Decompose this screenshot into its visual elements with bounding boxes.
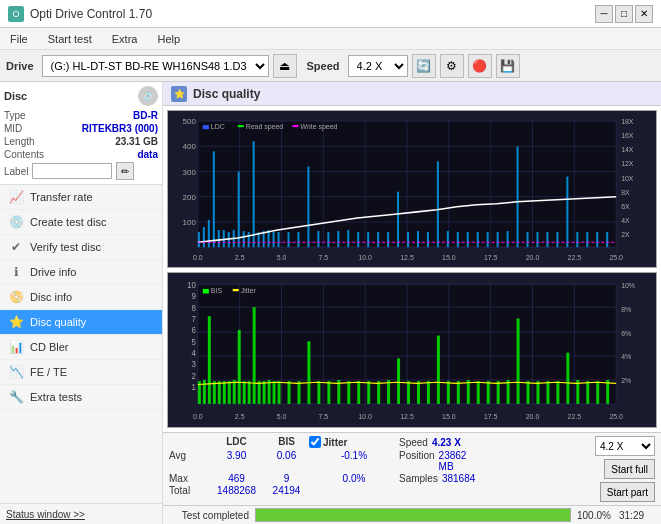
start-part-button[interactable]: Start part [600, 482, 655, 502]
drive-select[interactable]: (G:) HL-DT-ST BD-RE WH16NS48 1.D3 [42, 55, 269, 77]
svg-rect-77 [387, 232, 389, 247]
svg-text:10X: 10X [621, 175, 634, 182]
menu-start-test[interactable]: Start test [42, 31, 98, 47]
disc-color-button[interactable]: 🔴 [468, 54, 492, 78]
total-jitter [309, 485, 399, 496]
svg-rect-55 [223, 230, 225, 247]
drive-info-icon: ℹ [8, 265, 24, 279]
total-row: Total 1488268 24194 [169, 485, 551, 496]
avg-bis: 0.06 [264, 450, 309, 472]
disc-row-length: Length 23.31 GB [4, 136, 158, 147]
eject-button[interactable]: ⏏ [273, 54, 297, 78]
svg-rect-73 [347, 230, 349, 247]
svg-rect-153 [218, 381, 221, 404]
maximize-button[interactable]: □ [615, 5, 633, 23]
disc-rows: Type BD-R MID RITEKBR3 (000) Length 23.3… [4, 110, 158, 180]
sidebar-item-create-test-disc[interactable]: 💿 Create test disc [0, 210, 162, 235]
label-input[interactable] [32, 163, 112, 179]
type-value: BD-R [133, 110, 158, 121]
menu-file[interactable]: File [4, 31, 34, 47]
panel-header: ⭐ Disc quality [163, 82, 661, 106]
start-full-button[interactable]: Start full [604, 459, 655, 479]
stat-header-ldc: LDC [209, 436, 264, 448]
title-bar-controls: ─ □ ✕ [595, 5, 653, 23]
svg-rect-61 [253, 141, 255, 247]
svg-text:0.0: 0.0 [193, 254, 203, 261]
svg-rect-60 [248, 232, 250, 247]
main-panel: ⭐ Disc quality [163, 82, 661, 524]
refresh-button[interactable]: 🔄 [412, 54, 436, 78]
svg-rect-174 [367, 381, 370, 404]
svg-rect-51 [203, 227, 205, 247]
svg-rect-46 [238, 125, 244, 127]
speed-dropdown[interactable]: 4.2 X [595, 436, 655, 456]
test-status-text: Test completed [169, 510, 249, 521]
svg-rect-190 [527, 381, 530, 404]
length-label: Length [4, 136, 56, 147]
svg-text:20.0: 20.0 [526, 254, 540, 261]
sidebar-item-verify-test-disc[interactable]: ✔ Verify test disc [0, 235, 162, 260]
avg-label: Avg [169, 450, 209, 472]
sidebar-item-drive-info[interactable]: ℹ Drive info [0, 260, 162, 285]
label-edit-button[interactable]: ✏ [116, 162, 134, 180]
jitter-checkbox[interactable] [309, 436, 321, 448]
svg-rect-159 [248, 381, 251, 404]
svg-rect-53 [213, 151, 215, 247]
create-test-disc-label: Create test disc [30, 216, 106, 228]
svg-rect-166 [288, 381, 291, 404]
verify-test-disc-label: Verify test disc [30, 241, 101, 253]
menu-bar: File Start test Extra Help [0, 28, 661, 50]
max-jitter: 0.0% [309, 473, 399, 484]
samples-row: Samples 381684 [399, 473, 484, 484]
contents-value: data [137, 149, 158, 160]
svg-rect-185 [477, 381, 480, 404]
settings-button[interactable]: ⚙ [440, 54, 464, 78]
speed-val-header: 4.23 X [432, 437, 461, 448]
type-label: Type [4, 110, 56, 121]
minimize-button[interactable]: ─ [595, 5, 613, 23]
sidebar-item-transfer-rate[interactable]: 📈 Transfer rate [0, 185, 162, 210]
chart1-svg: 500 400 300 200 100 18X 16X 14X 12X 10X … [168, 111, 656, 267]
avg-ldc: 3.90 [209, 450, 264, 472]
sidebar-item-fe-te[interactable]: 📉 FE / TE [0, 360, 162, 385]
menu-help[interactable]: Help [151, 31, 186, 47]
title-bar: O Opti Drive Control 1.70 ─ □ ✕ [0, 0, 661, 28]
svg-text:22.5: 22.5 [568, 412, 582, 422]
svg-rect-197 [596, 381, 599, 404]
svg-rect-85 [467, 232, 469, 247]
menu-extra[interactable]: Extra [106, 31, 144, 47]
svg-rect-168 [307, 342, 310, 405]
svg-rect-70 [317, 231, 319, 247]
drive-info-label: Drive info [30, 266, 76, 278]
svg-text:10.0: 10.0 [358, 412, 372, 422]
close-button[interactable]: ✕ [635, 5, 653, 23]
sidebar-item-disc-info[interactable]: 📀 Disc info [0, 285, 162, 310]
chart2-svg: 10 9 8 7 6 5 4 3 2 1 10% 8% 6% 4% 2% [168, 273, 656, 427]
speed-select[interactable]: 4.2 X [348, 55, 408, 77]
svg-text:2%: 2% [621, 376, 631, 386]
svg-rect-86 [477, 232, 479, 247]
svg-rect-87 [487, 232, 489, 247]
sidebar-item-disc-quality[interactable]: ⭐ Disc quality [0, 310, 162, 335]
svg-rect-67 [288, 232, 290, 247]
extra-tests-icon: 🔧 [8, 390, 24, 404]
sidebar-item-extra-tests[interactable]: 🔧 Extra tests [0, 385, 162, 410]
svg-rect-75 [367, 232, 369, 247]
status-window-button[interactable]: Status window >> [6, 509, 85, 520]
svg-rect-154 [223, 381, 226, 404]
svg-rect-162 [263, 381, 266, 404]
svg-text:5.0: 5.0 [277, 412, 287, 422]
sidebar-item-cd-bler[interactable]: 📊 CD Bler [0, 335, 162, 360]
save-button[interactable]: 💾 [496, 54, 520, 78]
disc-header: Disc 💿 [4, 86, 158, 106]
svg-text:6: 6 [191, 325, 196, 336]
progress-percent: 100.0% [577, 510, 613, 521]
svg-rect-50 [198, 232, 200, 247]
svg-text:100: 100 [183, 218, 197, 227]
svg-text:12.5: 12.5 [400, 412, 414, 422]
svg-text:7.5: 7.5 [319, 412, 329, 422]
chart1-container: 500 400 300 200 100 18X 16X 14X 12X 10X … [167, 110, 657, 268]
jitter-checkbox-row: Jitter [309, 436, 399, 448]
position-label: Position [399, 450, 435, 472]
svg-text:4%: 4% [621, 352, 631, 362]
